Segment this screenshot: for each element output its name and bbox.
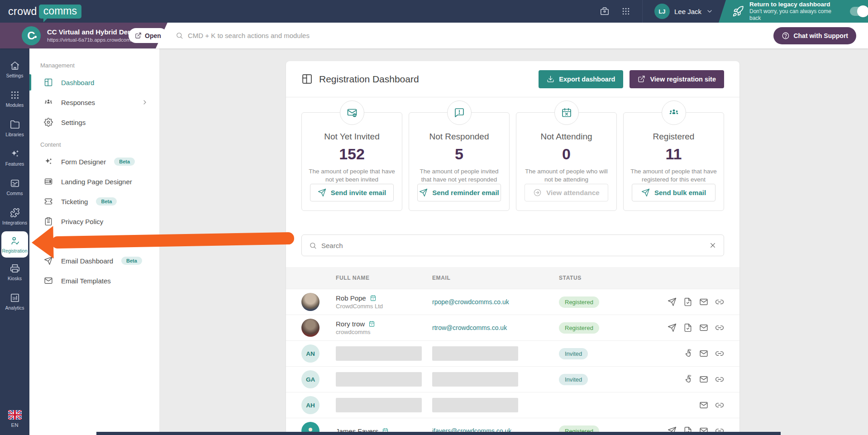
status-badge: Invited bbox=[559, 348, 588, 359]
rail-item-label: Comms bbox=[6, 191, 23, 196]
name-placeholder bbox=[336, 398, 422, 412]
dashboard-card: Registration Dashboard Export dashboard … bbox=[286, 61, 739, 435]
row-action-envelope[interactable] bbox=[699, 401, 708, 410]
column-email: EMAIL bbox=[432, 275, 559, 281]
table-row[interactable]: AN Invited bbox=[286, 340, 739, 366]
stat-action-send-invite-email[interactable]: Send invite email bbox=[310, 184, 394, 201]
sidebar-item-responses[interactable]: Responses bbox=[29, 92, 159, 112]
stat-action-send-reminder-email[interactable]: Send reminder email bbox=[417, 184, 501, 201]
column-status: STATUS bbox=[559, 275, 663, 281]
row-action-envelope[interactable] bbox=[699, 349, 708, 358]
row-action-envelope[interactable] bbox=[699, 375, 708, 384]
row-action-send[interactable] bbox=[668, 297, 677, 306]
briefcase-icon[interactable] bbox=[600, 6, 610, 16]
crowdcomms-logo: crowd comms bbox=[8, 5, 81, 19]
email-placeholder bbox=[432, 372, 518, 387]
rail-item-registration[interactable]: Registration bbox=[1, 231, 28, 258]
primary-sidebar: Settings Modules Libraries Features Comm… bbox=[0, 48, 29, 435]
email-placeholder bbox=[432, 398, 518, 412]
search-input[interactable] bbox=[321, 242, 705, 249]
stat-card-registered: Registered 11 The amount of people that … bbox=[623, 112, 724, 211]
question-circle-icon bbox=[782, 32, 790, 40]
sidebar-item-ticketing[interactable]: Ticketing Beta bbox=[29, 191, 159, 211]
table-row[interactable]: Rory trow crowdcomms rtrow@crowdcomms.co… bbox=[286, 315, 739, 340]
link-icon bbox=[715, 349, 724, 358]
stat-action-view-attendance: View attendance bbox=[525, 184, 608, 201]
sidebar-item-privacy-policy[interactable]: Privacy Policy bbox=[29, 211, 159, 231]
cal-small-icon bbox=[368, 320, 375, 327]
download-icon bbox=[547, 75, 554, 83]
language-selector[interactable]: EN bbox=[0, 410, 29, 435]
chat-support-button[interactable]: Chat with Support bbox=[773, 27, 856, 44]
name-placeholder bbox=[336, 346, 422, 361]
legacy-toggle[interactable] bbox=[850, 7, 868, 16]
column-full-name: FULL NAME bbox=[336, 275, 432, 281]
status-badge: Registered bbox=[559, 322, 599, 334]
sidebar-item-settings[interactable]: Settings bbox=[29, 112, 159, 132]
row-action-envelope[interactable] bbox=[699, 323, 708, 332]
clear-search-button[interactable] bbox=[709, 242, 716, 249]
topbar-actions: LJ Lee Jack bbox=[600, 0, 713, 23]
rail-item-integrations[interactable]: Integrations bbox=[0, 202, 29, 231]
row-action-tap[interactable] bbox=[683, 375, 692, 384]
rail-item-label: Analytics bbox=[5, 305, 24, 311]
rail-item-analytics[interactable]: Analytics bbox=[0, 287, 29, 316]
rail-item-settings[interactable]: Settings bbox=[0, 55, 29, 84]
sidebar-item-landing-page-designer[interactable]: Landing Page Designer bbox=[29, 172, 159, 191]
sidebar-item-label: Settings bbox=[61, 119, 86, 126]
row-action-tap[interactable] bbox=[683, 349, 692, 358]
registration-sidebar: Management Dashboard Responses Settings … bbox=[29, 48, 159, 435]
doc-check-icon bbox=[683, 323, 692, 332]
sidebar-item-email-templates[interactable]: Email Templates bbox=[29, 271, 159, 291]
row-action-link[interactable] bbox=[715, 401, 724, 410]
table-row[interactable]: GA Invited bbox=[286, 366, 739, 392]
sidebar-item-dashboard[interactable]: Dashboard bbox=[29, 72, 159, 92]
row-action-doc-check[interactable] bbox=[683, 297, 692, 306]
sidebar-item-form-designer[interactable]: Form Designer Beta bbox=[29, 152, 159, 172]
rail-item-libraries[interactable]: Libraries bbox=[0, 114, 29, 143]
sidebar-item-label: Privacy Policy bbox=[61, 218, 103, 225]
rail-item-features[interactable]: Features bbox=[0, 143, 29, 172]
stat-action-label: Send reminder email bbox=[432, 189, 499, 196]
user-menu[interactable]: LJ Lee Jack bbox=[654, 4, 713, 19]
rail-item-kiosks[interactable]: Kiosks bbox=[0, 258, 29, 287]
stat-action-send-bulk-email[interactable]: Send bulk email bbox=[632, 184, 715, 201]
sidebar-item-label: Email Dashboard bbox=[61, 257, 113, 265]
sidebar-item-email-dashboard[interactable]: Email Dashboard Beta bbox=[29, 251, 159, 271]
command-search[interactable]: CMD + K to search actions and modules bbox=[176, 23, 310, 48]
language-code: EN bbox=[11, 422, 19, 428]
row-action-send[interactable] bbox=[668, 323, 677, 332]
apps-grid-icon[interactable] bbox=[621, 7, 630, 16]
x-icon bbox=[709, 242, 716, 249]
registrant-email[interactable]: rtrow@crowdcomms.co.uk bbox=[432, 324, 507, 331]
view-registration-site-button[interactable]: View registration site bbox=[630, 70, 724, 88]
row-action-link[interactable] bbox=[715, 297, 724, 306]
sparkles-icon bbox=[10, 149, 20, 159]
registrant-company: crowdcomms bbox=[336, 329, 432, 335]
table-row[interactable]: Rob Pope CrowdComms Ltd rpope@crowdcomms… bbox=[286, 289, 739, 315]
rail-item-comms[interactable]: Comms bbox=[0, 172, 29, 202]
row-action-link[interactable] bbox=[715, 323, 724, 332]
table-row[interactable]: AH bbox=[286, 392, 739, 418]
open-event-button[interactable]: Open bbox=[129, 28, 167, 43]
row-action-doc-check[interactable] bbox=[683, 323, 692, 332]
chevron-right-icon bbox=[141, 99, 148, 106]
rail-item-modules[interactable]: Modules bbox=[0, 84, 29, 114]
user-name: Lee Jack bbox=[674, 8, 701, 15]
send-icon bbox=[668, 297, 677, 306]
row-action-link[interactable] bbox=[715, 375, 724, 384]
row-action-link[interactable] bbox=[715, 349, 724, 358]
row-action-envelope[interactable] bbox=[699, 297, 708, 306]
open-button-label: Open bbox=[145, 32, 161, 39]
event-logo-letter: C bbox=[27, 29, 35, 42]
cal-small-icon bbox=[370, 295, 377, 301]
registrant-email[interactable]: rpope@crowdcomms.co.uk bbox=[432, 298, 509, 306]
send-icon bbox=[668, 323, 677, 332]
arrow-right-circle-icon bbox=[533, 188, 542, 197]
sidebar-item-label: Form Designer bbox=[61, 158, 106, 166]
main-content: Registration Dashboard Export dashboard … bbox=[159, 48, 868, 435]
puzzle-icon bbox=[10, 208, 20, 218]
export-dashboard-button[interactable]: Export dashboard bbox=[539, 70, 623, 88]
send-icon bbox=[318, 188, 326, 197]
avatar: AN bbox=[301, 344, 320, 363]
